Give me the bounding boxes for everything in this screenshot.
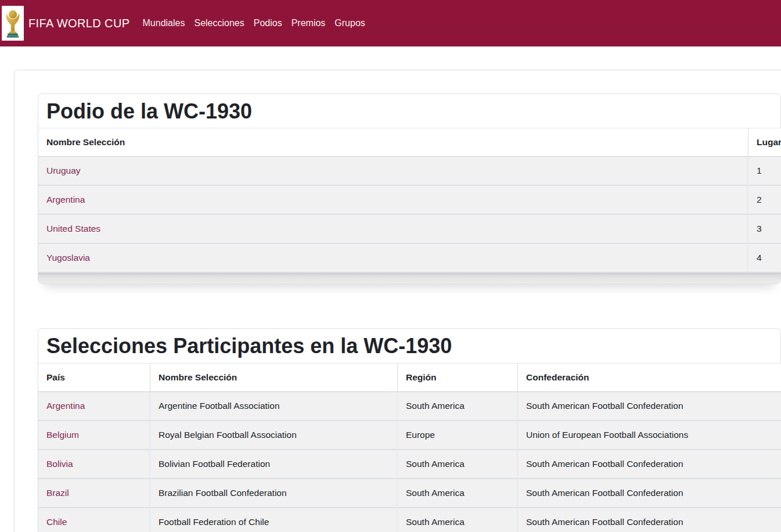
- place-cell: 1: [748, 157, 781, 186]
- team-link-argentina[interactable]: Argentina: [46, 195, 85, 204]
- main-nav: Mundiales Selecciones Podios Premios Gru…: [138, 13, 370, 33]
- region-cell: South America: [398, 508, 518, 532]
- podium-row: Uruguay 1: [38, 157, 781, 186]
- place-cell: 2: [748, 186, 781, 215]
- country-link-brazil[interactable]: Brazil: [46, 488, 69, 498]
- teams-header-row: País Nombre Selección Región Confederaci…: [38, 363, 781, 392]
- confederation-cell: South American Football Confederation: [518, 450, 781, 479]
- podium-row: Argentina 2: [38, 186, 781, 215]
- podium-table: Nombre Selección Lugar Uruguay 1 Argenti…: [38, 128, 781, 273]
- nav-item-premios[interactable]: Premios: [287, 13, 330, 33]
- top-navbar: FIFA WORLD CUP Mundiales Selecciones Pod…: [0, 0, 781, 46]
- teams-table: País Nombre Selección Región Confederaci…: [38, 363, 781, 532]
- team-link-united-states[interactable]: United States: [46, 224, 100, 233]
- nav-item-podios[interactable]: Podios: [249, 13, 287, 33]
- confederation-cell: South American Football Confederation: [518, 392, 781, 421]
- nav-item-mundiales[interactable]: Mundiales: [138, 13, 190, 33]
- region-cell: South America: [398, 450, 518, 479]
- federation-name-cell: Brazilian Football Confederation: [150, 479, 398, 508]
- teams-col-nombre: Nombre Selección: [150, 363, 398, 392]
- podium-col-nombre-seleccion: Nombre Selección: [38, 128, 748, 157]
- country-link-chile[interactable]: Chile: [46, 517, 67, 527]
- brand-link[interactable]: FIFA WORLD CUP: [0, 0, 130, 46]
- podium-col-lugar: Lugar: [748, 128, 781, 157]
- confederation-cell: South American Football Confederation: [518, 479, 781, 508]
- region-cell: South America: [398, 392, 518, 421]
- teams-row: Belgium Royal Belgian Football Associati…: [38, 421, 781, 450]
- nav-item-grupos[interactable]: Grupos: [330, 13, 369, 33]
- confederation-cell: Union of European Football Associations: [518, 421, 781, 450]
- region-cell: Europe: [398, 421, 518, 450]
- teams-row: Bolivia Bolivian Football Federation Sou…: [38, 450, 781, 479]
- teams-col-region: Región: [398, 363, 518, 392]
- brand-title: FIFA WORLD CUP: [28, 17, 130, 30]
- teams-row: Brazil Brazilian Football Confederation …: [38, 479, 781, 508]
- teams-col-confederacion: Confederación: [518, 363, 781, 392]
- podium-header-row: Nombre Selección Lugar: [38, 128, 781, 157]
- nav-item-selecciones[interactable]: Selecciones: [189, 13, 249, 33]
- teams-row: Argentina Argentine Football Association…: [38, 392, 781, 421]
- federation-name-cell: Argentine Football Association: [150, 392, 398, 421]
- podium-card: Podio de la WC-1930 Nombre Selección Lug…: [38, 94, 781, 284]
- place-cell: 4: [748, 244, 781, 273]
- teams-col-pais: País: [38, 363, 150, 392]
- country-link-bolivia[interactable]: Bolivia: [46, 459, 73, 469]
- federation-name-cell: Royal Belgian Football Association: [150, 421, 398, 450]
- country-link-argentina[interactable]: Argentina: [46, 401, 85, 411]
- horizontal-scrollbar[interactable]: [38, 273, 780, 283]
- country-link-belgium[interactable]: Belgium: [46, 430, 79, 440]
- region-cell: South America: [398, 479, 518, 508]
- podium-row: Yugoslavia 4: [38, 244, 781, 273]
- content-container: Podio de la WC-1930 Nombre Selección Lug…: [14, 70, 781, 532]
- world-cup-trophy-icon: [2, 6, 24, 41]
- confederation-cell: South American Football Confederation: [518, 508, 781, 532]
- podium-title: Podio de la WC-1930: [38, 94, 780, 128]
- podium-row: United States 3: [38, 215, 781, 244]
- federation-name-cell: Football Federation of Chile: [150, 508, 398, 532]
- team-link-uruguay[interactable]: Uruguay: [46, 166, 81, 175]
- federation-name-cell: Bolivian Football Federation: [150, 450, 398, 479]
- teams-title: Selecciones Participantes en la WC-1930: [38, 329, 780, 362]
- teams-card: Selecciones Participantes en la WC-1930 …: [38, 328, 781, 532]
- team-link-yugoslavia[interactable]: Yugoslavia: [46, 253, 90, 263]
- teams-row: Chile Football Federation of Chile South…: [38, 508, 781, 532]
- place-cell: 3: [748, 215, 781, 244]
